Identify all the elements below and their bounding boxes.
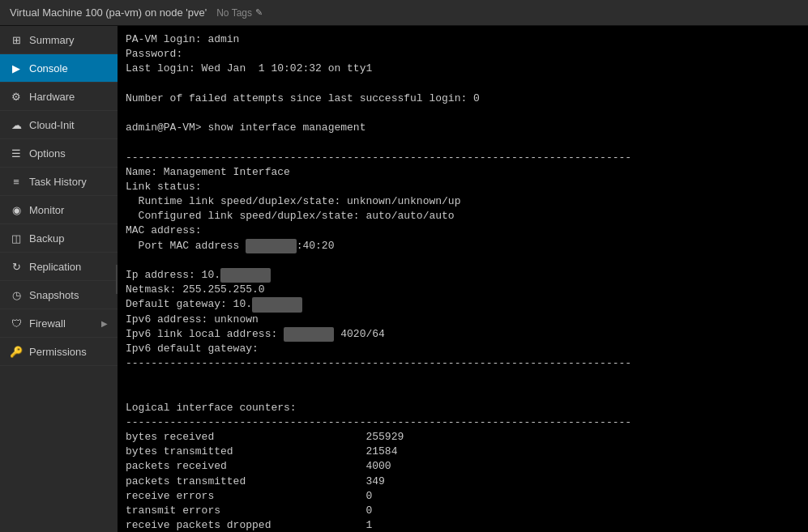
console-area: PA-VM login: admin Password: Last login:… — [118, 26, 808, 532]
terminal[interactable]: PA-VM login: admin Password: Last login:… — [118, 26, 808, 532]
monitor-icon: ◉ — [10, 203, 23, 216]
sidebar-item-firewall[interactable]: 🛡Firewall▶ — [0, 309, 118, 338]
sidebar-label-backup: Backup — [29, 232, 64, 245]
sidebar-item-cloud-init[interactable]: ☁Cloud-Init — [0, 111, 118, 139]
no-tags-label[interactable]: No Tags ✎ — [216, 7, 263, 19]
sidebar-item-monitor[interactable]: ◉Monitor — [0, 196, 118, 224]
backup-icon: ◫ — [10, 232, 23, 245]
sidebar-item-permissions[interactable]: 🔑Permissions — [0, 338, 118, 366]
sidebar-label-monitor: Monitor — [29, 204, 64, 216]
hardware-icon: ⚙ — [10, 90, 23, 103]
sidebar-item-replication[interactable]: ↻Replication — [0, 253, 118, 281]
cloud-init-icon: ☁ — [10, 118, 23, 131]
replication-icon: ↻ — [10, 260, 23, 273]
sidebar-label-cloud-init: Cloud-Init — [29, 119, 75, 131]
sidebar-label-replication: Replication — [29, 261, 81, 273]
task-history-icon: ≡ — [10, 175, 23, 188]
sidebar-label-summary: Summary — [29, 34, 75, 46]
edit-tags-icon[interactable]: ✎ — [255, 7, 263, 18]
summary-icon: ⊞ — [10, 33, 23, 46]
vm-title: Virtual Machine 100 (pa-vm) on node 'pve… — [10, 6, 207, 19]
snapshots-icon: ◷ — [10, 288, 23, 301]
sidebar-item-options[interactable]: ☰Options — [0, 139, 118, 168]
permissions-icon: 🔑 — [10, 345, 23, 358]
title-bar: Virtual Machine 100 (pa-vm) on node 'pve… — [0, 0, 808, 26]
sidebar-label-permissions: Permissions — [29, 346, 87, 358]
sidebar-item-snapshots[interactable]: ◷Snapshots — [0, 281, 118, 309]
sidebar-item-console[interactable]: ▶Console — [0, 54, 118, 83]
sidebar-item-task-history[interactable]: ≡Task History — [0, 168, 118, 196]
sidebar: ⊞Summary▶Console⚙Hardware☁Cloud-Init☰Opt… — [0, 26, 118, 532]
sidebar-label-snapshots: Snapshots — [29, 289, 79, 301]
sidebar-label-console: Console — [29, 62, 68, 74]
sidebar-label-task-history: Task History — [29, 176, 87, 188]
sidebar-item-hardware[interactable]: ⚙Hardware — [0, 83, 118, 111]
firewall-icon: 🛡 — [10, 317, 23, 330]
sidebar-item-backup[interactable]: ◫Backup — [0, 224, 118, 253]
sidebar-label-hardware: Hardware — [29, 91, 75, 103]
submenu-arrow-icon: ▶ — [101, 319, 108, 328]
options-icon: ☰ — [10, 147, 23, 160]
console-icon: ▶ — [10, 62, 23, 74]
sidebar-label-firewall: Firewall — [29, 317, 66, 330]
sidebar-label-options: Options — [29, 147, 66, 160]
sidebar-item-summary[interactable]: ⊞Summary — [0, 26, 118, 54]
main-layout: ⊞Summary▶Console⚙Hardware☁Cloud-Init☰Opt… — [0, 26, 808, 532]
sidebar-toggle[interactable]: ❮ — [116, 265, 118, 294]
